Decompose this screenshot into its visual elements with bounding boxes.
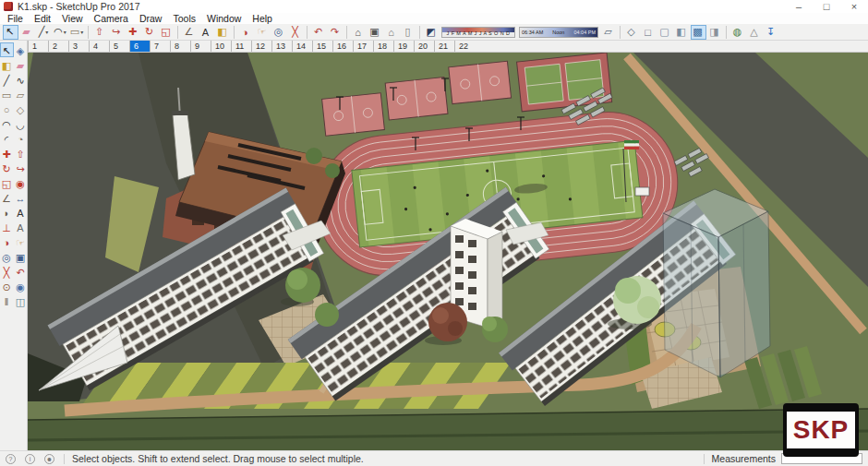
scene-tab-14[interactable]: 14 — [292, 41, 312, 52]
orbit-tool[interactable]: ◑ — [238, 25, 254, 40]
scene-tab-13[interactable]: 13 — [271, 41, 292, 52]
eraser-tool[interactable]: ▰ — [14, 57, 28, 72]
scene-tab-1[interactable]: 1 — [28, 41, 48, 52]
shadows-toggle[interactable]: ◩ — [424, 25, 440, 40]
axes-tool[interactable]: ⊥ — [0, 220, 14, 234]
hidden-line-style-button[interactable]: ▢ — [657, 25, 673, 40]
polygon-tool[interactable]: ◇ — [14, 102, 28, 116]
scene-tab-10[interactable]: 10 — [211, 41, 231, 52]
circle-tool[interactable]: ○ — [0, 102, 14, 116]
two-point-arc-tool[interactable]: ◡ — [14, 116, 28, 131]
zoom-extents-tool[interactable]: ╳ — [0, 264, 14, 279]
paint-bucket-tool[interactable]: ◧ — [215, 25, 231, 40]
select-tool[interactable]: ↖ — [0, 42, 14, 57]
zoom-window-tool[interactable]: ▣ — [14, 249, 28, 264]
make-component-tool[interactable]: ◈ — [14, 42, 28, 57]
pan-tool[interactable]: ☞ — [14, 234, 28, 249]
arc-tool[interactable]: ◠ — [0, 116, 14, 131]
scene-tab-17[interactable]: 17 — [353, 41, 373, 52]
rotated-rectangle-tool[interactable]: ▱ — [14, 87, 28, 102]
next-view-button[interactable]: ↷ — [328, 25, 344, 40]
scene-tab-7[interactable]: 7 — [150, 41, 170, 52]
menu-view[interactable]: View — [56, 13, 89, 24]
scene-tab-11[interactable]: 11 — [231, 41, 251, 52]
shapes-tool[interactable]: ▭▾ — [69, 25, 85, 40]
photo-textures-button[interactable]: ↧ — [764, 25, 779, 40]
toggle-terrain-button[interactable]: △ — [747, 25, 763, 40]
previous-view-button[interactable]: ↶ — [311, 25, 327, 40]
monochrome-style-button[interactable]: ◨ — [707, 25, 723, 40]
move-tool[interactable]: ✚ — [126, 25, 141, 40]
paint-bucket-tool[interactable]: ◧ — [0, 57, 14, 72]
credits-icon[interactable]: i — [25, 454, 35, 464]
follow-me-tool[interactable]: ↪ — [14, 161, 28, 175]
close-button[interactable]: × — [840, 1, 868, 12]
scene-tab-2[interactable]: 2 — [48, 41, 68, 52]
freehand-tool[interactable]: ∿ — [14, 72, 28, 87]
geolocation-icon[interactable]: ? — [6, 454, 16, 464]
view-top-button[interactable]: ▣ — [368, 25, 383, 40]
back-edges-style-button[interactable]: ◇ — [624, 25, 640, 40]
menu-window[interactable]: Window — [201, 13, 247, 24]
model-viewport[interactable] — [28, 53, 868, 450]
view-right-button[interactable]: ▯ — [401, 25, 416, 40]
arcs-tool[interactable]: ◠▾ — [53, 25, 68, 40]
scene-tab-8[interactable]: 8 — [170, 41, 190, 52]
protractor-tool[interactable]: ◗ — [0, 205, 14, 220]
push-pull-tool[interactable]: ⇧ — [14, 146, 28, 161]
shadow-date-slider[interactable]: J F M A M J J A S O N D — [441, 27, 515, 38]
scale-tool[interactable]: ◱ — [159, 25, 175, 40]
scene-tab-18[interactable]: 18 — [373, 41, 393, 52]
scene-tab-9[interactable]: 9 — [190, 41, 211, 52]
zoom-extents-tool[interactable]: ╳ — [288, 25, 304, 40]
scene-tab-20[interactable]: 20 — [414, 41, 434, 52]
position-camera-tool[interactable]: ⊙ — [0, 279, 14, 293]
pan-tool[interactable]: ☞ — [255, 25, 271, 40]
rectangle-tool[interactable]: ▭ — [0, 87, 14, 102]
line-tool[interactable]: ╱ — [0, 72, 14, 87]
view-iso-button[interactable]: ⌂ — [351, 25, 367, 40]
walk-tool[interactable]: ‖ — [0, 293, 14, 308]
menu-edit[interactable]: Edit — [29, 13, 56, 24]
menu-help[interactable]: Help — [247, 13, 278, 24]
orbit-tool[interactable]: ◑ — [0, 234, 14, 249]
scene-tab-4[interactable]: 4 — [89, 41, 109, 52]
eraser-tool[interactable]: ▰ — [19, 25, 35, 40]
move-tool[interactable]: ✚ — [0, 146, 14, 161]
previous-view-button[interactable]: ↶ — [14, 264, 28, 279]
menu-draw[interactable]: Draw — [134, 13, 168, 24]
follow-me-tool[interactable]: ↪ — [109, 25, 125, 40]
menu-tools[interactable]: Tools — [167, 13, 201, 24]
add-location-button[interactable]: ◍ — [730, 25, 746, 40]
rotate-tool[interactable]: ↻ — [142, 25, 158, 40]
scene-tab-5[interactable]: 5 — [109, 41, 129, 52]
select-tool[interactable]: ↖ — [3, 25, 18, 40]
wireframe-style-button[interactable]: □ — [641, 25, 657, 40]
3d-text-tool[interactable]: A — [14, 220, 28, 234]
offset-tool[interactable]: ◉ — [14, 175, 28, 190]
scene-tab-12[interactable]: 12 — [251, 41, 271, 52]
zoom-tool[interactable]: ◎ — [271, 25, 287, 40]
maximize-button[interactable]: □ — [813, 1, 840, 12]
text-tool[interactable]: A — [199, 25, 214, 40]
tape-measure-tool[interactable]: ∠ — [182, 25, 198, 40]
scale-tool[interactable]: ◱ — [0, 175, 14, 190]
push-pull-tool[interactable]: ⇧ — [92, 25, 108, 40]
zoom-tool[interactable]: ◎ — [0, 249, 14, 264]
shaded-style-button[interactable]: ◧ — [674, 25, 690, 40]
look-around-tool[interactable]: ◉ — [14, 279, 28, 293]
scene-tab-21[interactable]: 21 — [434, 41, 454, 52]
scene-tab-15[interactable]: 15 — [312, 41, 332, 52]
tape-measure-tool[interactable]: ∠ — [0, 190, 14, 205]
xray-style-button[interactable]: ▱ — [601, 25, 617, 40]
menu-file[interactable]: File — [2, 13, 29, 24]
scene-tab-16[interactable]: 16 — [332, 41, 353, 52]
pie-tool[interactable]: ◔ — [14, 131, 28, 146]
three-point-arc-tool[interactable]: ◜ — [0, 131, 14, 146]
text-tool[interactable]: A — [14, 205, 28, 220]
scene-tab-6[interactable]: 6 — [129, 41, 150, 52]
scene-tab-19[interactable]: 19 — [393, 41, 414, 52]
dimension-tool[interactable]: ↔ — [14, 190, 28, 205]
user-icon[interactable]: ☻ — [44, 454, 54, 464]
shaded-with-textures-style-button[interactable]: ▩ — [691, 25, 706, 40]
